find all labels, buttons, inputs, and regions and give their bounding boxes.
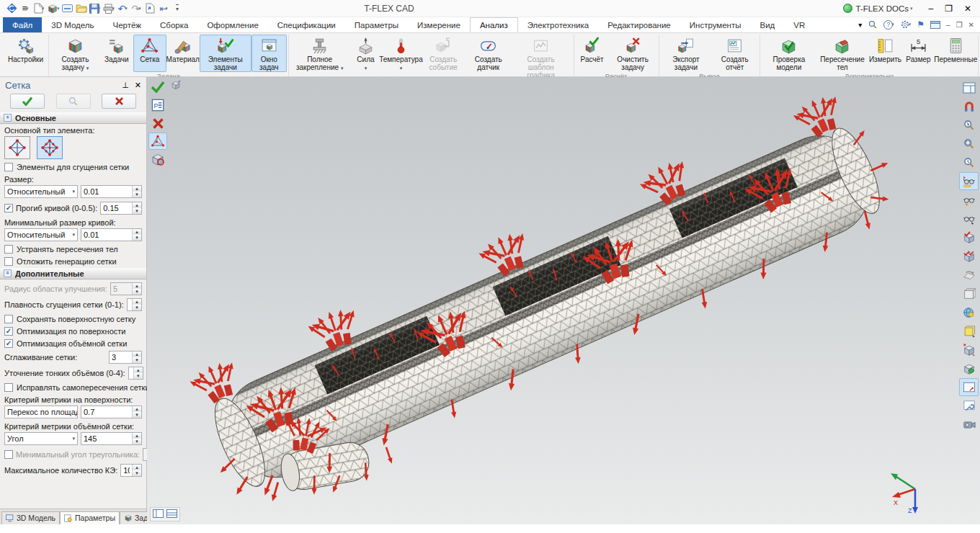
zoom-cursor-button[interactable]: [959, 116, 979, 134]
redo-icon[interactable]: ↷▾: [130, 2, 142, 15]
check-model-button[interactable]: [959, 228, 979, 246]
tab-analysis[interactable]: Анализ: [470, 17, 518, 32]
zoom-window-button[interactable]: [959, 135, 979, 153]
window-minimize-button[interactable]: –: [928, 4, 933, 14]
split-horizontal-button[interactable]: [166, 509, 177, 519]
ribbon-item-create-graph-template[interactable]: Создать шаблон графика: [510, 35, 572, 80]
refine-elements-checkbox[interactable]: Элементы для сгущения сетки: [0, 161, 146, 173]
view-select-button[interactable]: [959, 191, 979, 209]
ribbon-item-force[interactable]: Сила▾: [349, 35, 382, 80]
rotate-plane-button[interactable]: [959, 266, 979, 284]
tab-assembly[interactable]: Сборка: [151, 17, 197, 32]
isometry-view-button[interactable]: [959, 359, 979, 377]
tflex-logo-icon[interactable]: [6, 2, 17, 15]
element-filter-button[interactable]: [148, 151, 167, 168]
ribbon-item-create-event[interactable]: Создать событие: [419, 35, 467, 80]
customize-toolbar-icon[interactable]: ▾: [172, 2, 183, 15]
tflex-docs-button[interactable]: T-FLEX DOCs ▾: [843, 4, 912, 13]
remove-intersections-checkbox[interactable]: Устранять пересечения тел: [0, 243, 146, 255]
gear-icon[interactable]: ▾: [900, 19, 912, 30]
ribbon-item-create-report[interactable]: Создать отчёт: [711, 35, 758, 72]
radius-input[interactable]: ▲▼: [110, 282, 142, 295]
help-icon[interactable]: ?▾: [883, 19, 894, 30]
split-vertical-button[interactable]: [153, 509, 164, 519]
main-menu-icon[interactable]: ≡▾: [19, 2, 31, 15]
ribbon-item-create-sensor[interactable]: Создать датчик: [467, 35, 510, 80]
deflection-value-input[interactable]: ▲▼: [100, 202, 142, 215]
orbit-globe-button[interactable]: [959, 303, 979, 321]
ribbon-item-create-task[interactable]: Создать задачу ▾: [50, 35, 100, 72]
size-mode-select[interactable]: Относительный▾: [4, 185, 78, 198]
section-main[interactable]: » Основные: [0, 112, 146, 124]
max-elements-input[interactable]: ▲▼: [120, 464, 142, 477]
confirm-button[interactable]: [148, 79, 167, 96]
section-advanced[interactable]: » Дополнительные: [0, 267, 146, 279]
window-mode-icon[interactable]: [930, 19, 940, 30]
doc-tab-3d-model[interactable]: 3D Модель: [1, 511, 60, 524]
size-value-input[interactable]: ▲▼: [81, 185, 142, 198]
ribbon-item-body-intersection[interactable]: Пересечение тел: [816, 35, 868, 72]
window-close-button[interactable]: ✕: [964, 4, 971, 14]
doc-minimize-icon[interactable]: –: [946, 19, 950, 30]
tab-vr[interactable]: VR: [784, 17, 814, 32]
tab-tools[interactable]: Инструменты: [680, 17, 751, 32]
min-angle-checkbox[interactable]: [4, 450, 13, 459]
magnet-snap-button[interactable]: [959, 97, 979, 115]
ribbon-item-clear-task[interactable]: Очистить задачу: [609, 35, 657, 72]
element-type-quadratic-button[interactable]: [37, 136, 63, 159]
search-icon[interactable]: [868, 19, 878, 30]
optimize-surface-checkbox[interactable]: ✓ Оптимизация по поверхности: [0, 325, 146, 337]
ribbon-item-task-elements[interactable]: Элементы задачи: [200, 35, 251, 72]
section-view-button[interactable]: [959, 285, 979, 303]
camera-view-button[interactable]: [959, 416, 979, 434]
ribbon-item-temperature[interactable]: Температура▾: [382, 35, 419, 80]
window-settings-button[interactable]: [959, 397, 979, 415]
smoothness-input[interactable]: ▲▼: [127, 298, 142, 311]
smoothing-input[interactable]: ▲▼: [109, 351, 142, 364]
tab-3d-model[interactable]: 3D Модель: [42, 17, 103, 32]
ribbon-item-full-restraint[interactable]: Полное закрепление ▾: [290, 35, 349, 80]
flag-icon[interactable]: ⚑: [917, 19, 925, 30]
ribbon-item-tasks[interactable]: Задачи: [100, 35, 133, 72]
volume-metric-select[interactable]: Угол▾: [4, 432, 78, 445]
window-restore-button[interactable]: ❐: [945, 4, 953, 14]
link-document-icon[interactable]: [144, 2, 156, 15]
ribbon-collapse-icon[interactable]: ▾: [858, 19, 862, 30]
min-curve-value-input[interactable]: ▲▼: [81, 228, 142, 241]
print-icon[interactable]: ▾: [103, 2, 115, 15]
ribbon-item-dimension[interactable]: Размер: [902, 35, 935, 72]
tab-editing[interactable]: Редактирование: [598, 17, 680, 32]
element-type-linear-button[interactable]: [4, 136, 30, 159]
surface-metric-input[interactable]: ▲▼: [81, 406, 142, 418]
ribbon-item-settings[interactable]: Настройки: [4, 35, 47, 67]
panel-close-icon[interactable]: ✕: [135, 81, 141, 90]
save-document-icon[interactable]: ▾: [89, 2, 101, 15]
tab-drawing[interactable]: Чертёж: [103, 17, 151, 32]
tab-measure[interactable]: Измерение: [408, 17, 470, 32]
new-3d-document-icon[interactable]: ▾: [47, 2, 60, 15]
deflection-checkbox[interactable]: ✓: [4, 204, 13, 212]
panel-cancel-button[interactable]: [102, 94, 136, 109]
doc-restore-icon[interactable]: ❐: [956, 19, 963, 30]
new-document-icon[interactable]: ▾: [33, 2, 45, 15]
meshed-model[interactable]: [177, 79, 921, 524]
spinner-buttons[interactable]: ▲▼: [132, 186, 141, 197]
panel-pin-icon[interactable]: ⊥: [122, 81, 129, 90]
tab-annotation[interactable]: Оформление: [197, 17, 267, 32]
shaded-view-button[interactable]: [959, 322, 979, 340]
ribbon-item-measure[interactable]: Измерить: [869, 35, 902, 72]
mesh-preview-button[interactable]: [148, 133, 167, 150]
cancel-button[interactable]: [148, 115, 167, 132]
ribbon-item-material[interactable]: Материал: [166, 35, 200, 72]
exploded-view-button[interactable]: [959, 341, 979, 359]
tab-file[interactable]: Файл: [3, 17, 42, 32]
check-model-alt-button[interactable]: [959, 247, 979, 265]
dof-button[interactable]: [169, 79, 183, 91]
new-from-template-icon[interactable]: [62, 2, 74, 15]
volume-metric-input[interactable]: ▲▼: [81, 432, 142, 445]
ribbon-item-mesh[interactable]: Сетка: [133, 35, 166, 72]
view-glasses-button[interactable]: [959, 210, 979, 228]
tab-view[interactable]: Вид: [750, 17, 784, 32]
ribbon-item-solve[interactable]: Расчёт: [576, 35, 609, 72]
panel-apply-button[interactable]: [10, 94, 45, 109]
